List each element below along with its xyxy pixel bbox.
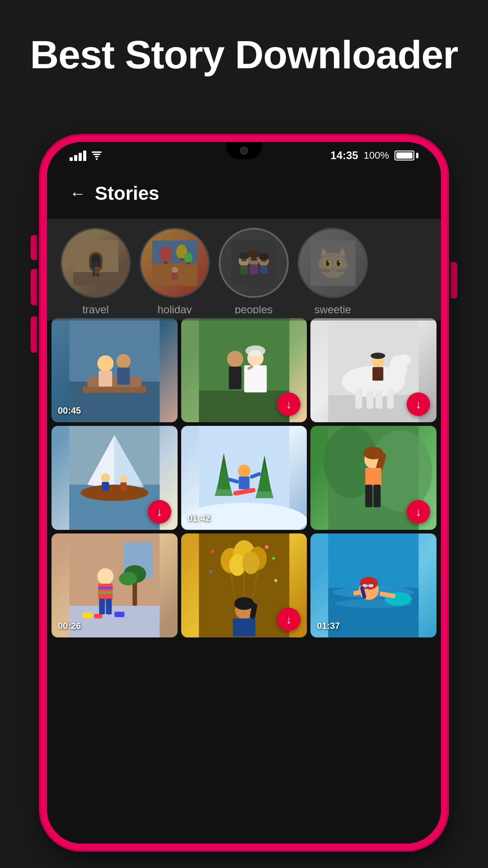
svg-rect-109 <box>374 485 381 507</box>
signal-bar-2 <box>74 155 77 161</box>
download-btn-3[interactable]: ↓ <box>407 392 430 416</box>
svg-rect-154 <box>367 585 370 586</box>
media-item-3[interactable]: ↓ <box>310 318 436 422</box>
svg-rect-61 <box>199 391 289 422</box>
download-btn-6[interactable]: ↓ <box>407 500 430 524</box>
phone-screen: 14:35 100% ← Stories <box>47 142 441 844</box>
duration-badge-1: 00:45 <box>58 406 81 416</box>
download-btn-8[interactable]: ↓ <box>277 608 300 631</box>
svg-rect-120 <box>99 599 105 614</box>
svg-rect-78 <box>373 367 384 381</box>
svg-point-76 <box>398 354 411 365</box>
duration-badge-5: 01:42 <box>188 513 211 524</box>
svg-rect-122 <box>83 613 92 618</box>
media-item-1[interactable]: 00:45 <box>52 318 178 422</box>
battery-tip <box>416 153 418 158</box>
svg-rect-57 <box>99 371 112 387</box>
svg-rect-55 <box>87 377 141 387</box>
svg-point-62 <box>227 351 243 367</box>
volume-down-button <box>31 269 37 305</box>
hero-title: Best Story Downloader <box>0 0 488 77</box>
svg-point-131 <box>242 552 259 574</box>
phone-mockup: 14:35 100% ← Stories <box>41 136 447 850</box>
svg-rect-59 <box>117 368 130 385</box>
battery-percent: 100% <box>364 150 389 161</box>
svg-point-137 <box>265 545 268 549</box>
camera-button <box>31 316 37 353</box>
download-btn-2[interactable]: ↓ <box>277 392 300 416</box>
signal-bar-4 <box>83 151 86 161</box>
svg-point-88 <box>120 476 127 483</box>
active-tab-highlight <box>47 219 441 321</box>
power-button <box>451 262 457 298</box>
hero-title-text: Best Story Downloader <box>30 32 458 77</box>
svg-rect-80 <box>375 354 381 357</box>
svg-rect-71 <box>356 388 362 409</box>
svg-rect-121 <box>106 599 112 614</box>
time-display: 14:35 <box>330 149 358 162</box>
media-item-8[interactable]: ↓ <box>181 533 307 637</box>
svg-rect-87 <box>102 482 109 491</box>
svg-rect-74 <box>387 388 394 409</box>
page-title: Stories <box>95 183 159 204</box>
svg-rect-111 <box>69 606 160 637</box>
svg-point-115 <box>119 572 137 585</box>
svg-rect-54 <box>83 386 146 393</box>
svg-point-66 <box>245 345 265 356</box>
svg-point-136 <box>272 557 275 560</box>
svg-point-85 <box>80 485 148 501</box>
phone-shell: 14:35 100% ← Stories <box>41 136 447 850</box>
svg-rect-124 <box>114 612 124 617</box>
wifi-icon <box>92 151 102 160</box>
svg-rect-65 <box>244 365 267 392</box>
status-left <box>70 151 102 161</box>
svg-point-135 <box>211 550 214 553</box>
back-button[interactable]: ← <box>70 184 86 203</box>
duration-badge-7: 00:26 <box>58 621 81 631</box>
front-camera <box>240 146 248 155</box>
media-item-4[interactable]: ↓ <box>52 426 178 530</box>
svg-point-58 <box>116 354 131 368</box>
svg-rect-97 <box>239 476 249 489</box>
svg-rect-141 <box>233 618 255 637</box>
volume-up-button <box>31 235 37 260</box>
svg-rect-108 <box>366 485 373 507</box>
duration-badge-9: 01:37 <box>317 621 340 631</box>
svg-rect-153 <box>369 584 374 587</box>
battery-icon <box>394 151 418 160</box>
svg-rect-119 <box>98 591 113 594</box>
svg-rect-73 <box>376 391 383 409</box>
svg-rect-89 <box>120 482 127 491</box>
signal-bar-3 <box>79 153 82 161</box>
battery-fill <box>396 152 413 159</box>
svg-rect-123 <box>94 614 102 618</box>
download-btn-4[interactable]: ↓ <box>148 500 171 524</box>
media-grid: 00:45 <box>47 314 441 642</box>
svg-point-56 <box>97 355 113 372</box>
app-header: ← Stories <box>47 174 441 213</box>
svg-rect-63 <box>229 367 241 389</box>
svg-rect-118 <box>98 587 113 589</box>
svg-point-116 <box>97 568 113 585</box>
signal-bars-icon <box>70 151 86 161</box>
svg-point-96 <box>238 465 250 477</box>
media-grid-area: 00:45 <box>47 314 441 844</box>
svg-point-142 <box>234 597 254 610</box>
media-item-2[interactable]: ↓ <box>181 318 307 422</box>
svg-rect-72 <box>367 391 374 409</box>
media-item-9[interactable]: 01:37 <box>310 533 436 637</box>
signal-bar-1 <box>70 157 73 161</box>
status-right: 14:35 100% <box>330 149 418 162</box>
battery-body <box>394 151 414 160</box>
media-item-5[interactable]: 01:42 <box>181 426 307 530</box>
media-item-6[interactable]: ↓ <box>310 426 436 530</box>
svg-point-86 <box>101 473 110 482</box>
svg-rect-107 <box>366 468 382 486</box>
media-item-7[interactable]: 00:26 <box>52 533 178 637</box>
